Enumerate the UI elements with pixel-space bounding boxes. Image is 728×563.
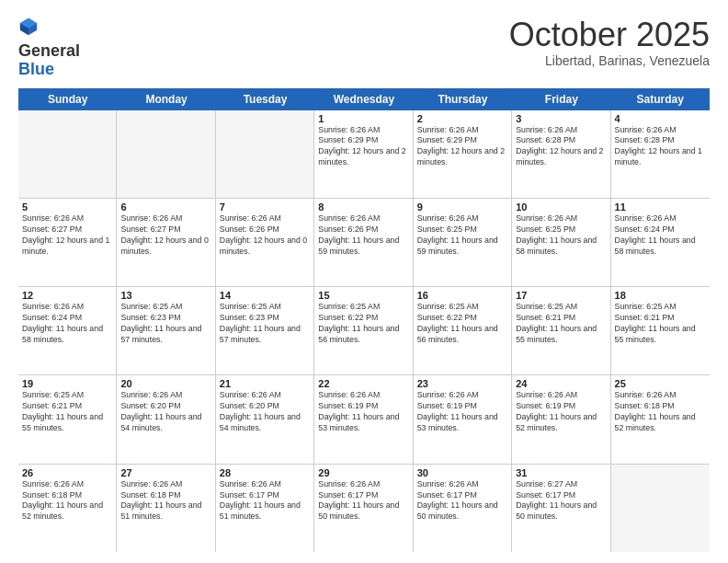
logo-general: General xyxy=(18,41,80,60)
day-number: 13 xyxy=(120,290,210,301)
calendar-cell: 14Sunrise: 6:25 AM Sunset: 6:23 PM Dayli… xyxy=(216,287,314,374)
day-number: 12 xyxy=(22,290,112,301)
page: General Blue October 2025 Libertad, Bari… xyxy=(0,0,728,563)
calendar-cell: 2Sunrise: 6:26 AM Sunset: 6:29 PM Daylig… xyxy=(414,110,512,198)
cell-info: Sunrise: 6:26 AM Sunset: 6:29 PM Dayligh… xyxy=(417,125,507,169)
calendar-cell: 19Sunrise: 6:25 AM Sunset: 6:21 PM Dayli… xyxy=(18,375,117,463)
general-blue-icon xyxy=(18,17,39,37)
day-number: 9 xyxy=(417,201,507,213)
day-number: 27 xyxy=(120,467,210,478)
calendar: SundayMondayTuesdayWednesdayThursdayFrid… xyxy=(18,88,710,552)
cell-info: Sunrise: 6:26 AM Sunset: 6:17 PM Dayligh… xyxy=(417,479,507,523)
day-header-sunday: Sunday xyxy=(18,88,117,110)
cell-info: Sunrise: 6:26 AM Sunset: 6:28 PM Dayligh… xyxy=(615,125,706,169)
cell-info: Sunrise: 6:25 AM Sunset: 6:21 PM Dayligh… xyxy=(615,302,706,346)
day-number: 14 xyxy=(220,290,310,301)
cell-info: Sunrise: 6:27 AM Sunset: 6:17 PM Dayligh… xyxy=(516,479,606,523)
calendar-cell: 18Sunrise: 6:25 AM Sunset: 6:21 PM Dayli… xyxy=(611,287,710,374)
day-number: 23 xyxy=(417,378,507,389)
calendar-cell: 21Sunrise: 6:26 AM Sunset: 6:20 PM Dayli… xyxy=(216,375,314,463)
cell-info: Sunrise: 6:25 AM Sunset: 6:23 PM Dayligh… xyxy=(120,302,210,346)
day-number: 22 xyxy=(318,378,408,389)
calendar-cell: 12Sunrise: 6:26 AM Sunset: 6:24 PM Dayli… xyxy=(18,287,117,374)
day-number: 4 xyxy=(615,113,706,124)
calendar-cell: 7Sunrise: 6:26 AM Sunset: 6:26 PM Daylig… xyxy=(216,199,314,286)
calendar-row-2: 12Sunrise: 6:26 AM Sunset: 6:24 PM Dayli… xyxy=(18,287,710,375)
day-number: 21 xyxy=(220,378,310,389)
day-number: 16 xyxy=(417,290,507,301)
day-header-saturday: Saturday xyxy=(611,88,710,110)
calendar-row-3: 19Sunrise: 6:25 AM Sunset: 6:21 PM Dayli… xyxy=(18,375,710,464)
calendar-cell: 9Sunrise: 6:26 AM Sunset: 6:25 PM Daylig… xyxy=(414,199,512,286)
calendar-cell xyxy=(18,110,117,198)
day-number: 26 xyxy=(22,467,112,478)
cell-info: Sunrise: 6:26 AM Sunset: 6:19 PM Dayligh… xyxy=(516,390,606,434)
day-number: 11 xyxy=(615,201,706,213)
calendar-cell: 10Sunrise: 6:26 AM Sunset: 6:25 PM Dayli… xyxy=(512,199,610,286)
day-number: 31 xyxy=(516,467,606,478)
day-number: 6 xyxy=(120,201,210,213)
day-number: 19 xyxy=(22,378,112,389)
cell-info: Sunrise: 6:25 AM Sunset: 6:22 PM Dayligh… xyxy=(417,302,507,346)
location: Libertad, Barinas, Venezuela xyxy=(509,53,710,68)
calendar-cell: 26Sunrise: 6:26 AM Sunset: 6:18 PM Dayli… xyxy=(18,465,117,552)
calendar-cell: 28Sunrise: 6:26 AM Sunset: 6:17 PM Dayli… xyxy=(216,465,314,552)
cell-info: Sunrise: 6:25 AM Sunset: 6:22 PM Dayligh… xyxy=(318,302,408,346)
calendar-cell xyxy=(117,110,215,198)
cell-info: Sunrise: 6:26 AM Sunset: 6:18 PM Dayligh… xyxy=(120,479,210,523)
cell-info: Sunrise: 6:26 AM Sunset: 6:20 PM Dayligh… xyxy=(120,390,210,434)
calendar-cell: 22Sunrise: 6:26 AM Sunset: 6:19 PM Dayli… xyxy=(314,375,413,463)
cell-info: Sunrise: 6:26 AM Sunset: 6:27 PM Dayligh… xyxy=(22,213,112,258)
calendar-cell: 11Sunrise: 6:26 AM Sunset: 6:24 PM Dayli… xyxy=(611,199,710,286)
calendar-cell: 25Sunrise: 6:26 AM Sunset: 6:18 PM Dayli… xyxy=(611,375,710,463)
cell-info: Sunrise: 6:25 AM Sunset: 6:21 PM Dayligh… xyxy=(22,390,112,434)
day-number: 25 xyxy=(615,378,706,389)
calendar-cell: 17Sunrise: 6:25 AM Sunset: 6:21 PM Dayli… xyxy=(512,287,610,374)
day-number: 20 xyxy=(120,378,210,389)
calendar-cell xyxy=(216,110,314,198)
day-number: 7 xyxy=(220,201,310,213)
cell-info: Sunrise: 6:26 AM Sunset: 6:28 PM Dayligh… xyxy=(516,125,606,169)
calendar-cell: 24Sunrise: 6:26 AM Sunset: 6:19 PM Dayli… xyxy=(512,375,610,463)
cell-info: Sunrise: 6:26 AM Sunset: 6:18 PM Dayligh… xyxy=(22,479,112,523)
day-number: 29 xyxy=(318,467,408,478)
cell-info: Sunrise: 6:26 AM Sunset: 6:18 PM Dayligh… xyxy=(615,390,706,434)
cell-info: Sunrise: 6:26 AM Sunset: 6:27 PM Dayligh… xyxy=(120,213,210,258)
calendar-cell: 23Sunrise: 6:26 AM Sunset: 6:19 PM Dayli… xyxy=(414,375,512,463)
day-number: 24 xyxy=(516,378,606,389)
cell-info: Sunrise: 6:26 AM Sunset: 6:24 PM Dayligh… xyxy=(615,213,706,258)
day-header-friday: Friday xyxy=(512,88,610,110)
cell-info: Sunrise: 6:26 AM Sunset: 6:24 PM Dayligh… xyxy=(22,302,112,346)
calendar-cell: 31Sunrise: 6:27 AM Sunset: 6:17 PM Dayli… xyxy=(512,465,610,552)
day-number: 1 xyxy=(318,113,408,124)
cell-info: Sunrise: 6:26 AM Sunset: 6:26 PM Dayligh… xyxy=(318,213,408,258)
calendar-cell xyxy=(611,465,710,552)
cell-info: Sunrise: 6:26 AM Sunset: 6:19 PM Dayligh… xyxy=(318,390,408,434)
cell-info: Sunrise: 6:25 AM Sunset: 6:21 PM Dayligh… xyxy=(516,302,606,346)
calendar-row-4: 26Sunrise: 6:26 AM Sunset: 6:18 PM Dayli… xyxy=(18,465,710,552)
calendar-header: SundayMondayTuesdayWednesdayThursdayFrid… xyxy=(18,88,710,110)
day-header-monday: Monday xyxy=(117,88,215,110)
calendar-cell: 8Sunrise: 6:26 AM Sunset: 6:26 PM Daylig… xyxy=(314,199,413,286)
calendar-cell: 30Sunrise: 6:26 AM Sunset: 6:17 PM Dayli… xyxy=(414,465,512,552)
day-number: 28 xyxy=(220,467,310,478)
day-number: 10 xyxy=(516,201,606,213)
cell-info: Sunrise: 6:26 AM Sunset: 6:19 PM Dayligh… xyxy=(417,390,507,434)
calendar-cell: 20Sunrise: 6:26 AM Sunset: 6:20 PM Dayli… xyxy=(117,375,215,463)
day-number: 2 xyxy=(417,113,507,124)
logo: General Blue xyxy=(18,17,80,79)
cell-info: Sunrise: 6:26 AM Sunset: 6:20 PM Dayligh… xyxy=(220,390,310,434)
day-header-thursday: Thursday xyxy=(414,88,512,110)
calendar-cell: 15Sunrise: 6:25 AM Sunset: 6:22 PM Dayli… xyxy=(314,287,413,374)
calendar-cell: 4Sunrise: 6:26 AM Sunset: 6:28 PM Daylig… xyxy=(611,110,710,198)
day-number: 17 xyxy=(516,290,606,301)
day-number: 18 xyxy=(615,290,706,301)
calendar-cell: 13Sunrise: 6:25 AM Sunset: 6:23 PM Dayli… xyxy=(117,287,215,374)
cell-info: Sunrise: 6:26 AM Sunset: 6:17 PM Dayligh… xyxy=(318,479,408,523)
calendar-cell: 1Sunrise: 6:26 AM Sunset: 6:29 PM Daylig… xyxy=(314,110,413,198)
header: General Blue October 2025 Libertad, Bari… xyxy=(18,17,710,79)
calendar-cell: 16Sunrise: 6:25 AM Sunset: 6:22 PM Dayli… xyxy=(414,287,512,374)
cell-info: Sunrise: 6:26 AM Sunset: 6:25 PM Dayligh… xyxy=(516,213,606,258)
month-title: October 2025 xyxy=(509,17,710,53)
calendar-row-0: 1Sunrise: 6:26 AM Sunset: 6:29 PM Daylig… xyxy=(18,110,710,199)
